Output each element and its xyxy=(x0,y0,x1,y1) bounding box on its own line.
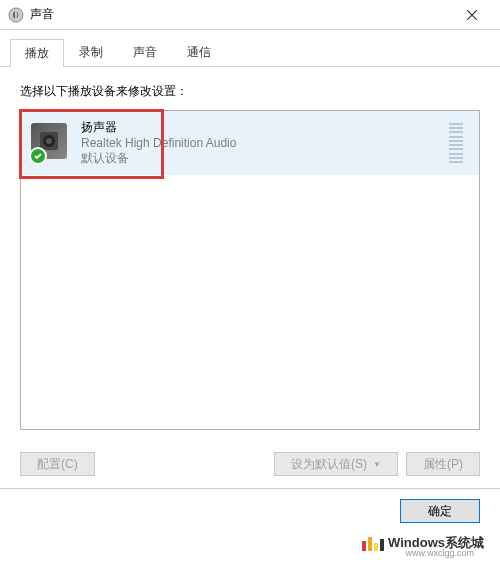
device-icon-wrap xyxy=(31,123,71,163)
device-status: 默认设备 xyxy=(81,150,449,167)
device-button-row: 配置(C) 设为默认值(S) ▼ 属性(P) xyxy=(0,440,500,482)
ok-button[interactable]: 确定 xyxy=(400,499,480,523)
svg-point-0 xyxy=(9,8,23,22)
device-text: 扬声器 Realtek High Definition Audio 默认设备 xyxy=(81,119,449,167)
watermark-logo-icon xyxy=(362,535,384,551)
device-list[interactable]: 扬声器 Realtek High Definition Audio 默认设备 xyxy=(20,110,480,430)
tab-communications[interactable]: 通信 xyxy=(172,38,226,66)
close-button[interactable] xyxy=(452,1,492,29)
tab-playback[interactable]: 播放 xyxy=(10,39,64,67)
set-default-label: 设为默认值(S) xyxy=(291,456,367,473)
level-meter xyxy=(449,123,463,163)
sound-icon xyxy=(8,7,24,23)
device-item-speakers[interactable]: 扬声器 Realtek High Definition Audio 默认设备 xyxy=(21,111,479,175)
svg-point-3 xyxy=(46,138,52,144)
configure-button[interactable]: 配置(C) xyxy=(20,452,95,476)
chevron-down-icon: ▼ xyxy=(373,460,381,469)
watermark-url: www.wxclgg.com xyxy=(405,548,474,558)
tab-bar: 播放 录制 声音 通信 xyxy=(0,34,500,67)
default-check-icon xyxy=(29,147,47,165)
tab-sounds[interactable]: 声音 xyxy=(118,38,172,66)
device-name: 扬声器 xyxy=(81,119,449,136)
content-area: 选择以下播放设备来修改设置： 扬声器 Realtek High Definiti… xyxy=(0,67,500,440)
titlebar: 声音 xyxy=(0,0,500,30)
set-default-button[interactable]: 设为默认值(S) ▼ xyxy=(274,452,398,476)
device-description: Realtek High Definition Audio xyxy=(81,136,449,150)
properties-button[interactable]: 属性(P) xyxy=(406,452,480,476)
tab-recording[interactable]: 录制 xyxy=(64,38,118,66)
dialog-button-row: 确定 xyxy=(0,488,500,533)
instruction-text: 选择以下播放设备来修改设置： xyxy=(20,83,480,100)
watermark: Windows系统城 www.wxclgg.com xyxy=(358,532,488,554)
window-title: 声音 xyxy=(30,6,452,23)
